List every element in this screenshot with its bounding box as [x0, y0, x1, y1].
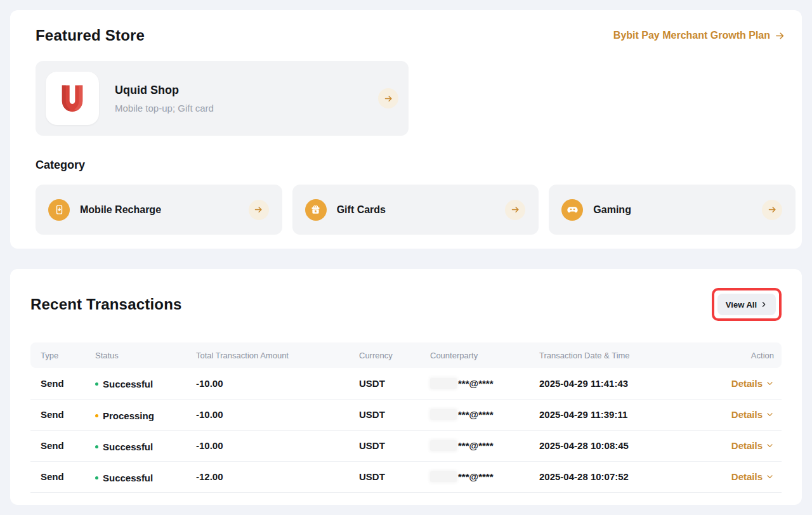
- category-label: Gaming: [593, 204, 762, 216]
- category-card-gift-cards[interactable]: Gift Cards: [292, 185, 539, 235]
- store-tile-uquid[interactable]: Uquid Shop Mobile top-up; Gift card: [36, 61, 409, 136]
- arrow-right-icon: [775, 30, 785, 41]
- tx-datetime: 2025-04-28 10:07:52: [539, 471, 629, 482]
- redacted-counterparty-blur: [430, 409, 457, 420]
- details-label: Details: [731, 409, 763, 420]
- tx-type: Send: [41, 409, 64, 420]
- status-dot-icon: [95, 445, 98, 448]
- recent-transactions-card: Recent Transactions View All Type Status…: [10, 269, 802, 505]
- tx-type: Send: [41, 471, 64, 482]
- tx-status: Processing: [103, 410, 154, 421]
- tx-amount: -10.00: [196, 440, 223, 451]
- details-link[interactable]: Details: [731, 440, 774, 451]
- table-row: Send Successful -12.00 USDT ***@**** 202…: [30, 461, 782, 492]
- column-header-amount: Total Transaction Amount: [196, 342, 359, 368]
- status-dot-icon: [95, 476, 98, 479]
- category-card-mobile-recharge[interactable]: Mobile Recharge: [36, 185, 282, 235]
- table-row: Send Processing -10.00 USDT ***@**** 202…: [30, 399, 782, 430]
- tx-counterparty: ***@****: [458, 378, 494, 389]
- featured-store-title: Featured Store: [36, 27, 145, 44]
- chevron-down-icon: [766, 410, 774, 419]
- uquid-logo: [46, 72, 99, 125]
- tx-currency: USDT: [359, 409, 385, 420]
- details-link[interactable]: Details: [731, 471, 774, 482]
- tx-counterparty: ***@****: [458, 471, 494, 482]
- tx-type: Send: [41, 378, 64, 389]
- gift-icon: [305, 199, 327, 221]
- featured-store-card: Featured Store Bybit Pay Merchant Growth…: [10, 10, 802, 249]
- details-label: Details: [731, 471, 763, 482]
- redacted-counterparty-blur: [430, 378, 457, 389]
- tx-currency: USDT: [359, 378, 385, 389]
- view-all-button[interactable]: View All: [717, 294, 776, 315]
- recent-transactions-title: Recent Transactions: [30, 296, 182, 313]
- details-label: Details: [731, 440, 763, 451]
- status-badge: Successful: [95, 379, 153, 389]
- chevron-right-icon: [760, 301, 768, 308]
- column-header-action: Action: [710, 342, 782, 368]
- redacted-counterparty-blur: [430, 440, 457, 451]
- tx-currency: USDT: [359, 440, 385, 451]
- redacted-counterparty-blur: [430, 471, 457, 482]
- column-header-type: Type: [30, 342, 95, 368]
- column-header-datetime: Transaction Date & Time: [539, 342, 710, 368]
- status-badge: Processing: [95, 410, 154, 421]
- table-row: Send Successful -10.00 USDT ***@**** 202…: [30, 430, 782, 461]
- chevron-down-icon: [766, 379, 774, 388]
- details-link[interactable]: Details: [731, 378, 774, 389]
- status-badge: Successful: [95, 473, 153, 483]
- tx-status: Successful: [103, 473, 153, 483]
- tx-datetime: 2025-04-28 10:08:45: [539, 440, 629, 451]
- tx-datetime: 2025-04-29 11:39:11: [539, 409, 627, 420]
- tx-counterparty: ***@****: [458, 409, 494, 420]
- status-badge: Successful: [95, 441, 153, 452]
- chevron-down-icon: [766, 441, 774, 450]
- category-title: Category: [36, 159, 785, 172]
- arrow-right-icon[interactable]: [505, 200, 525, 220]
- details-link[interactable]: Details: [731, 409, 774, 420]
- tx-amount: -12.00: [196, 471, 223, 482]
- tx-amount: -10.00: [196, 409, 223, 420]
- details-label: Details: [731, 378, 763, 389]
- arrow-right-icon[interactable]: [762, 200, 782, 220]
- mobile-recharge-icon: [48, 199, 70, 221]
- store-description: Mobile top-up; Gift card: [115, 103, 378, 114]
- tx-currency: USDT: [359, 471, 385, 482]
- category-label: Gift Cards: [337, 204, 506, 216]
- category-card-gaming[interactable]: Gaming: [549, 185, 796, 235]
- merchant-growth-plan-link[interactable]: Bybit Pay Merchant Growth Plan: [613, 30, 785, 41]
- table-row: Send Successful -10.00 USDT ***@**** 202…: [30, 368, 782, 399]
- arrow-right-icon[interactable]: [378, 88, 398, 108]
- tx-status: Successful: [103, 379, 153, 389]
- view-all-label: View All: [726, 300, 757, 310]
- tx-datetime: 2025-04-29 11:41:43: [539, 378, 628, 389]
- tx-type: Send: [41, 440, 64, 451]
- gamepad-icon: [561, 199, 583, 221]
- column-header-currency: Currency: [359, 342, 430, 368]
- status-dot-icon: [95, 382, 98, 386]
- category-label: Mobile Recharge: [80, 204, 249, 216]
- tx-amount: -10.00: [196, 378, 223, 389]
- status-dot-icon: [95, 414, 98, 417]
- column-header-counterparty: Counterparty: [430, 342, 539, 368]
- column-header-status: Status: [95, 342, 196, 368]
- transactions-table: Type Status Total Transaction Amount Cur…: [30, 342, 782, 493]
- view-all-highlight-box: View All: [712, 288, 782, 321]
- table-header-row: Type Status Total Transaction Amount Cur…: [30, 342, 782, 368]
- tx-status: Successful: [103, 441, 153, 452]
- store-name: Uquid Shop: [115, 84, 378, 97]
- category-row: Mobile Recharge Gift Cards: [36, 185, 796, 235]
- tx-counterparty: ***@****: [458, 440, 494, 451]
- arrow-right-icon[interactable]: [249, 200, 269, 220]
- merchant-growth-plan-label: Bybit Pay Merchant Growth Plan: [613, 30, 770, 41]
- chevron-down-icon: [766, 473, 774, 481]
